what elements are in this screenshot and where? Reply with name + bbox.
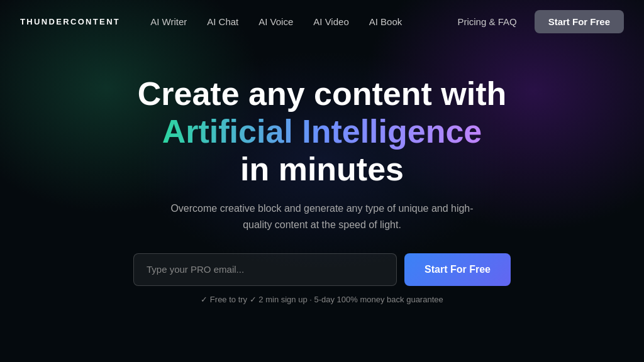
nav-ai-chat[interactable]: AI Chat [207,16,238,27]
nav-start-button[interactable]: Start For Free [535,10,624,33]
nav-ai-voice[interactable]: AI Voice [258,16,293,27]
email-input[interactable] [133,253,397,286]
hero-title-line3: in minutes [240,151,404,187]
guarantee-text: ✓ Free to try ✓ 2 min sign up · 5-day 10… [201,295,443,304]
hero-title-line1: Create any content with [138,75,507,112]
nav-links: AI Writer AI Chat AI Voice AI Video AI B… [150,16,457,27]
nav-ai-book[interactable]: AI Book [369,16,402,27]
hero-section: Create any content with Artificial Intel… [0,43,644,304]
cta-row: Start For Free [133,253,511,286]
pricing-link[interactable]: Pricing & FAQ [457,16,516,27]
hero-title-ai: Artificial Intelligence [162,113,482,150]
hero-title: Create any content with Artificial Intel… [138,75,507,188]
navbar: THUNDERCONTENT AI Writer AI Chat AI Voic… [0,0,644,43]
nav-right: Pricing & FAQ Start For Free [457,10,624,33]
brand-logo: THUNDERCONTENT [20,17,120,26]
hero-subtitle: Overcome creative block and generate any… [165,200,479,233]
hero-start-button[interactable]: Start For Free [404,253,511,286]
nav-ai-video[interactable]: AI Video [313,16,348,27]
nav-ai-writer[interactable]: AI Writer [150,16,187,27]
